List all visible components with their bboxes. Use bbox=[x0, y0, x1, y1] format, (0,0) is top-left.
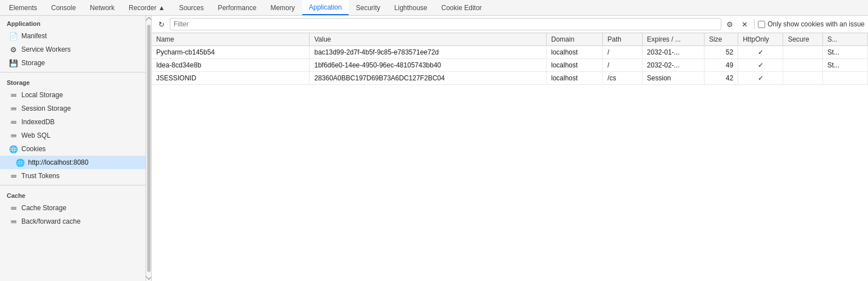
service-workers-icon: ⚙ bbox=[9, 45, 18, 54]
sidebar-item-trust-tokens[interactable]: ≡≡ Trust Tokens bbox=[0, 169, 146, 183]
manifest-icon: 📄 bbox=[9, 31, 18, 40]
cell-samesite bbox=[822, 72, 867, 85]
cell-path: / bbox=[603, 59, 642, 72]
cell-expires: 2032-02-... bbox=[642, 59, 704, 72]
sidebar-scrollbar[interactable] bbox=[146, 16, 151, 281]
back-forward-cache-icon: ≡≡ bbox=[9, 217, 18, 226]
col-header-domain[interactable]: Domain bbox=[546, 33, 602, 46]
scroll-thumb[interactable] bbox=[147, 25, 151, 272]
sidebar-item-cache-storage-label: Cache Storage bbox=[21, 204, 66, 212]
sidebar-item-cookies[interactable]: 🌐 Cookies bbox=[0, 142, 146, 156]
cookies-table: Name Value Domain Path Expires / ... Siz… bbox=[152, 33, 868, 85]
cell-httponly: ✓ bbox=[738, 72, 783, 85]
scroll-up-arrow[interactable] bbox=[146, 17, 151, 23]
sidebar-item-indexeddb-label: IndexedDB bbox=[21, 118, 54, 126]
cell-httponly: ✓ bbox=[738, 59, 783, 72]
cell-size: 49 bbox=[704, 59, 738, 72]
tab-lighthouse[interactable]: Lighthouse bbox=[388, 0, 435, 15]
cell-path: / bbox=[603, 46, 642, 59]
sidebar-item-back-forward-cache[interactable]: ≡≡ Back/forward cache bbox=[0, 215, 146, 228]
cell-name: JSESSIONID bbox=[152, 72, 310, 85]
cookies-toolbar: ↻ ⚙ ✕ Only show cookies with an issue bbox=[152, 16, 868, 33]
clear-filter-button[interactable]: ✕ bbox=[738, 18, 751, 30]
sidebar-item-session-storage-label: Session Storage bbox=[21, 105, 71, 112]
col-header-samesite[interactable]: S... bbox=[822, 33, 867, 46]
indexeddb-icon: ≡≡ bbox=[9, 117, 18, 126]
scroll-down-arrow[interactable] bbox=[146, 273, 151, 279]
cell-samesite: St... bbox=[822, 59, 867, 72]
storage-icon: 💾 bbox=[9, 58, 18, 67]
sidebar-item-cookies-label: Cookies bbox=[21, 145, 46, 153]
cell-value: 28360A0BBC197D69B73A6DC127F2BC04 bbox=[310, 72, 546, 85]
cell-secure bbox=[783, 72, 822, 85]
col-header-secure[interactable]: Secure bbox=[783, 33, 822, 46]
col-header-name[interactable]: Name bbox=[152, 33, 310, 46]
tab-recorder[interactable]: Recorder ▲ bbox=[122, 0, 172, 15]
sidebar-item-localhost-label: http://localhost:8080 bbox=[28, 158, 88, 166]
issue-filter-checkbox[interactable] bbox=[758, 21, 765, 28]
tab-memory[interactable]: Memory bbox=[263, 0, 302, 15]
issue-filter-checkbox-label[interactable]: Only show cookies with an issue bbox=[758, 20, 865, 28]
sidebar-item-web-sql-label: Web SQL bbox=[21, 132, 51, 139]
tab-network[interactable]: Network bbox=[83, 0, 122, 15]
sidebar-item-trust-tokens-label: Trust Tokens bbox=[21, 172, 60, 180]
trust-tokens-icon: ≡≡ bbox=[9, 171, 18, 180]
settings-icon[interactable]: ⚙ bbox=[724, 18, 736, 30]
table-row[interactable]: Idea-8cd34e8b 1bf6d6e0-14ee-4950-96ec-48… bbox=[152, 59, 868, 72]
col-header-value[interactable]: Value bbox=[310, 33, 546, 46]
cell-secure bbox=[783, 59, 822, 72]
sidebar-item-local-storage[interactable]: ≡≡ Local Storage bbox=[0, 88, 146, 102]
cell-domain: localhost bbox=[546, 72, 602, 85]
cell-httponly: ✓ bbox=[738, 46, 783, 59]
table-header: Name Value Domain Path Expires / ... Siz… bbox=[152, 33, 868, 46]
issue-filter-label: Only show cookies with an issue bbox=[767, 20, 865, 28]
table-row[interactable]: JSESSIONID 28360A0BBC197D69B73A6DC127F2B… bbox=[152, 72, 868, 85]
cell-domain: localhost bbox=[546, 46, 602, 59]
tab-security[interactable]: Security bbox=[349, 0, 387, 15]
cell-path: /cs bbox=[603, 72, 642, 85]
col-header-httponly[interactable]: HttpOnly bbox=[738, 33, 783, 46]
sidebar-scroll[interactable]: Application 📄 Manifest ⚙ Service Workers… bbox=[0, 16, 146, 281]
cookies-table-container[interactable]: Name Value Domain Path Expires / ... Siz… bbox=[152, 33, 868, 281]
toolbar-separator bbox=[754, 19, 755, 29]
sidebar-item-cache-storage[interactable]: ≡≡ Cache Storage bbox=[0, 201, 146, 215]
tab-application[interactable]: Application bbox=[302, 0, 349, 15]
tab-elements[interactable]: Elements bbox=[2, 0, 44, 15]
sidebar-item-manifest[interactable]: 📄 Manifest bbox=[0, 29, 146, 43]
cell-size: 52 bbox=[704, 46, 738, 59]
filter-input[interactable] bbox=[170, 18, 721, 30]
refresh-button[interactable]: ↻ bbox=[155, 18, 167, 30]
tab-console[interactable]: Console bbox=[44, 0, 83, 15]
sidebar-item-web-sql[interactable]: ≡≡ Web SQL bbox=[0, 129, 146, 142]
main-layout: Application 📄 Manifest ⚙ Service Workers… bbox=[0, 16, 868, 281]
cell-secure bbox=[783, 46, 822, 59]
col-header-size[interactable]: Size bbox=[704, 33, 738, 46]
web-sql-icon: ≡≡ bbox=[9, 131, 18, 140]
tab-performance[interactable]: Performance bbox=[211, 0, 264, 15]
main-content: ↻ ⚙ ✕ Only show cookies with an issue Na… bbox=[152, 16, 868, 281]
top-tab-bar: Elements Console Network Recorder ▲ Sour… bbox=[0, 0, 868, 16]
sidebar-section-cache: Cache bbox=[0, 188, 146, 201]
sidebar-item-indexeddb[interactable]: ≡≡ IndexedDB bbox=[0, 115, 146, 129]
col-header-path[interactable]: Path bbox=[603, 33, 642, 46]
sidebar-item-storage-label: Storage bbox=[21, 59, 45, 67]
sidebar: Application 📄 Manifest ⚙ Service Workers… bbox=[0, 16, 152, 281]
cell-expires: Session bbox=[642, 72, 704, 85]
cell-name: Pycharm-cb145b54 bbox=[152, 46, 310, 59]
sidebar-item-storage[interactable]: 💾 Storage bbox=[0, 56, 146, 70]
sidebar-item-back-forward-cache-label: Back/forward cache bbox=[21, 217, 80, 225]
col-header-expires[interactable]: Expires / ... bbox=[642, 33, 704, 46]
sidebar-item-service-workers[interactable]: ⚙ Service Workers bbox=[0, 43, 146, 56]
tab-sources[interactable]: Sources bbox=[172, 0, 211, 15]
sidebar-item-service-workers-label: Service Workers bbox=[21, 46, 71, 53]
cell-samesite: St... bbox=[822, 46, 867, 59]
sidebar-item-localhost[interactable]: 🌐 http://localhost:8080 bbox=[0, 156, 146, 169]
cookies-icon: 🌐 bbox=[9, 144, 18, 153]
tab-cookie-editor[interactable]: Cookie Editor bbox=[435, 0, 489, 15]
sidebar-section-application: Application bbox=[0, 16, 146, 29]
cell-value: bac13d99-2d7f-4b5f-9c85-e783571ee72d bbox=[310, 46, 546, 59]
table-row[interactable]: Pycharm-cb145b54 bac13d99-2d7f-4b5f-9c85… bbox=[152, 46, 868, 59]
sidebar-item-local-storage-label: Local Storage bbox=[21, 91, 63, 99]
divider-2 bbox=[0, 185, 146, 185]
sidebar-item-session-storage[interactable]: ≡≡ Session Storage bbox=[0, 102, 146, 115]
